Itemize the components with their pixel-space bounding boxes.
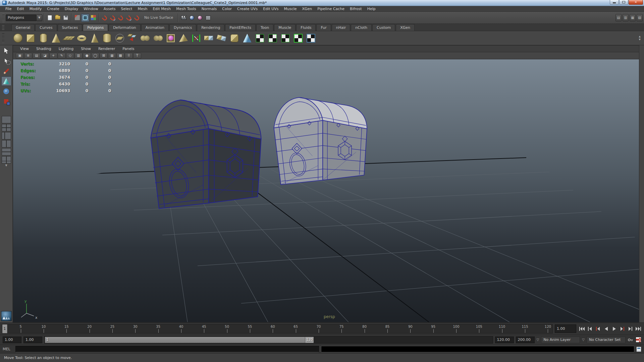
panel-toolbar-button[interactable]: ▤ (33, 53, 41, 59)
panel-menu-item[interactable]: Shading (33, 47, 55, 51)
panel-menu-item[interactable]: Lighting (55, 47, 77, 51)
shelf-tab[interactable]: nHair (332, 24, 351, 31)
new-scene-button[interactable] (46, 14, 54, 22)
shelf-tab[interactable]: Surfaces (58, 24, 83, 31)
current-time-field[interactable]: 1.00 (555, 324, 576, 333)
layout-two-pane-stacked-button[interactable] (2, 148, 11, 156)
shelf-tab[interactable]: nCloth (351, 24, 372, 31)
boolean-icon[interactable] (164, 32, 177, 45)
reduce-icon[interactable] (177, 32, 190, 45)
poly-cone-icon[interactable] (50, 32, 62, 45)
save-scene-button[interactable] (62, 14, 70, 22)
shelf-grip[interactable] (2, 25, 4, 30)
panel-toolbar-button[interactable]: ▥ (74, 53, 83, 59)
maya-scene-thumbnail[interactable] (1, 311, 12, 321)
range-end-handle[interactable]: 120 (305, 337, 314, 343)
panel-toolbar-button[interactable]: ◪ (41, 53, 49, 59)
shelf-tab[interactable]: Custom (372, 24, 395, 31)
shelf-tab[interactable]: XGen (396, 24, 415, 31)
layout-outliner-persp-button[interactable] (2, 132, 11, 139)
play-backwards-button[interactable] (602, 325, 610, 333)
live-surface-field[interactable]: No Live Surface (141, 15, 176, 20)
extract-icon[interactable] (215, 32, 228, 45)
tool-settings-toggle[interactable]: ▥ (623, 14, 629, 21)
poly-platonic-icon[interactable] (113, 32, 126, 45)
smooth-icon[interactable] (241, 32, 254, 45)
mirror-y-icon[interactable] (266, 32, 279, 45)
ipr-render-button[interactable] (196, 14, 204, 22)
layout-more-arrow[interactable]: ▼ (5, 164, 7, 167)
move-tool-button[interactable] (1, 76, 11, 86)
shelf-icons-grip[interactable] (2, 34, 4, 43)
menu-item[interactable]: Modify (27, 7, 44, 11)
panel-menu-item[interactable]: View (16, 47, 33, 51)
panel-toolbar-button[interactable]: ✎ (58, 53, 66, 59)
panel-toolbar-button[interactable]: ≣ (24, 53, 32, 59)
scale-tool-button[interactable] (1, 97, 11, 106)
panel-toolbar-button[interactable]: ● (83, 53, 91, 59)
animation-preferences-button[interactable] (636, 337, 641, 343)
animation-start-field[interactable]: 1.00 (3, 337, 21, 343)
snap-curve-button[interactable] (109, 14, 117, 22)
menu-item[interactable]: Help (365, 7, 378, 11)
panel-toolbar-button[interactable]: ▣ (16, 53, 24, 59)
play-forwards-button[interactable] (610, 325, 618, 333)
layout-two-pane-side-button[interactable] (2, 140, 11, 147)
panel-menu-item[interactable]: Renderer (95, 47, 119, 51)
snap-point-button[interactable] (117, 14, 125, 22)
viewport-background[interactable] (13, 59, 639, 322)
duplicate-face-icon[interactable] (126, 32, 139, 45)
panel-toolbar-button[interactable]: ▩ (116, 53, 124, 59)
menu-item[interactable]: Edit UVs (260, 7, 281, 11)
auto-keyframe-toggle[interactable] (628, 337, 634, 343)
menu-item[interactable]: Pipeline Cache (315, 7, 347, 11)
time-slider[interactable]: 1 51015202530354045505560657075808590951… (2, 324, 553, 334)
playback-range-bar[interactable]: 1 120 (45, 337, 314, 343)
mirror-x-icon[interactable] (254, 32, 266, 45)
poly-cube-icon[interactable] (24, 32, 37, 45)
perspective-viewport[interactable]: y x persp Verts: 3210 0 0 (13, 59, 639, 322)
playback-end-field[interactable]: 120.00 (495, 337, 514, 343)
channel-box-toggle[interactable]: ▦ (630, 14, 636, 21)
menu-set-selector[interactable]: Polygons (6, 14, 37, 21)
menu-item[interactable]: Create UVs (234, 7, 260, 11)
animation-end-field[interactable]: 200.00 (516, 337, 535, 343)
shelf-tab[interactable]: Fluids (296, 24, 316, 31)
step-forward-key-button[interactable] (619, 325, 626, 333)
menu-item[interactable]: Window (81, 7, 101, 11)
combine-icon[interactable] (139, 32, 152, 45)
poly-pipe-icon[interactable] (101, 32, 113, 45)
poly-sphere-icon[interactable] (11, 32, 24, 45)
menu-item[interactable]: Normals (199, 7, 220, 11)
shelf-tab[interactable]: Curves (35, 24, 57, 31)
poly-pyramid-icon[interactable] (88, 32, 101, 45)
anim-layer-selector[interactable]: No Anim Layer (541, 337, 580, 343)
close-button[interactable]: × (629, 0, 643, 5)
paint-select-tool-button[interactable] (1, 66, 11, 76)
modeling-toolkit-toggle[interactable]: ▧ (637, 14, 643, 21)
select-hierarchy-button[interactable] (73, 14, 81, 22)
render-settings-button[interactable] (204, 14, 212, 22)
snap-view-button[interactable] (133, 14, 141, 22)
range-slider-track[interactable]: 1 120 (44, 336, 493, 344)
crate-optimized-light[interactable] (274, 98, 367, 185)
character-set-selector[interactable]: No Character Set (587, 337, 626, 343)
select-object-button[interactable] (81, 14, 89, 22)
panel-toolbar-button[interactable]: ⊠ (100, 53, 108, 59)
go-to-start-button[interactable] (578, 325, 586, 333)
panel-toolbar-button[interactable]: ⠿ (125, 53, 133, 59)
open-scene-button[interactable] (54, 14, 62, 22)
shelf-tab[interactable]: Deformation (109, 24, 141, 31)
snap-grid-button[interactable] (101, 14, 109, 22)
step-back-key-button[interactable] (594, 325, 602, 333)
menu-item[interactable]: Edit (14, 7, 26, 11)
panel-toolbar-button[interactable]: + (49, 53, 57, 59)
menu-item[interactable]: Muscle (281, 7, 299, 11)
menu-item[interactable]: Mesh (135, 7, 150, 11)
menu-item[interactable]: Assets (101, 7, 118, 11)
panel-menu-item[interactable]: Panels (119, 47, 138, 51)
render-current-frame-button[interactable] (188, 14, 196, 22)
panel-toolbar-button[interactable]: ▦ (108, 53, 116, 59)
menu-item[interactable]: Create (44, 7, 62, 11)
panel-toolbar-button[interactable]: T (133, 53, 141, 59)
